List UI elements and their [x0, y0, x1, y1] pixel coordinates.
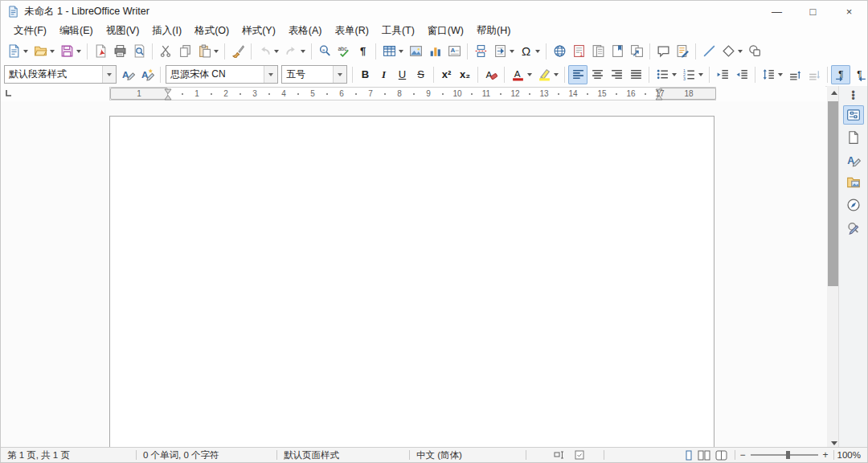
decrease-indent-button[interactable]	[732, 65, 751, 84]
clear-formatting-button[interactable]: A	[481, 65, 501, 84]
zoom-slider-thumb[interactable]	[786, 451, 790, 459]
zoom-in-button[interactable]: +	[823, 449, 829, 461]
tab-stop-selector-icon[interactable]	[5, 89, 13, 97]
chevron-down-icon[interactable]	[527, 73, 532, 76]
basic-shapes-button[interactable]	[719, 42, 738, 61]
text-language-status[interactable]: 中文 (简体)	[410, 449, 526, 461]
bold-button[interactable]: B	[356, 65, 375, 84]
insert-bookmark-button[interactable]	[608, 42, 627, 61]
insert-hyperlink-button[interactable]	[550, 42, 569, 61]
left-to-right-button[interactable]: ¶	[831, 65, 850, 84]
insert-table-button[interactable]	[379, 42, 399, 61]
superscript-button[interactable]: x²	[437, 65, 456, 84]
insert-field-button[interactable]	[490, 42, 510, 61]
italic-button[interactable]: I	[375, 65, 393, 84]
ordered-list-button[interactable]: 123	[679, 65, 698, 84]
zoom-out-button[interactable]: −	[740, 449, 746, 461]
clone-formatting-button[interactable]	[228, 42, 248, 61]
insert-cross-reference-button[interactable]	[627, 42, 646, 61]
menu-window[interactable]: 窗口(W)	[421, 23, 470, 39]
sidebar-settings-icon[interactable]: •••	[851, 91, 854, 100]
spelling-button[interactable]: abc	[334, 42, 354, 61]
chevron-down-icon[interactable]	[214, 50, 219, 53]
align-center-button[interactable]	[588, 65, 607, 84]
insert-footnote-button[interactable]: 1	[569, 42, 588, 61]
find-replace-button[interactable]: a	[315, 42, 334, 61]
menu-help[interactable]: 帮助(H)	[470, 23, 517, 39]
export-pdf-button[interactable]	[91, 42, 110, 61]
paste-button[interactable]	[194, 42, 214, 61]
font-color-button[interactable]: A	[508, 65, 527, 84]
chevron-down-icon[interactable]	[698, 73, 703, 76]
font-size-select[interactable]: 五号	[281, 65, 347, 84]
update-style-button[interactable]: A	[118, 65, 137, 84]
decrease-paragraph-spacing-button[interactable]	[805, 65, 824, 84]
new-style-button[interactable]: A	[137, 65, 157, 84]
chevron-down-icon[interactable]	[301, 50, 305, 53]
show-draw-functions-button[interactable]	[745, 42, 764, 61]
chevron-down-icon[interactable]	[76, 50, 81, 53]
close-button[interactable]: ×	[831, 1, 867, 22]
word-count-status[interactable]: 0 个单词, 0 个字符	[137, 449, 276, 461]
formatting-marks-button[interactable]: ¶	[354, 42, 372, 61]
chevron-down-icon[interactable]	[274, 50, 279, 53]
chevron-down-icon[interactable]	[333, 66, 346, 83]
menu-edit[interactable]: 编辑(E)	[53, 23, 100, 39]
page-style-status[interactable]: 默认页面样式	[277, 449, 409, 461]
zoom-level-status[interactable]: 100%	[834, 450, 867, 460]
menu-format[interactable]: 格式(O)	[188, 23, 235, 39]
chevron-down-icon[interactable]	[399, 50, 403, 53]
menu-styles[interactable]: 样式(Y)	[235, 23, 282, 39]
align-left-button[interactable]	[568, 65, 588, 84]
chevron-down-icon[interactable]	[264, 66, 277, 83]
minimize-button[interactable]: —	[759, 1, 795, 22]
zoom-slider-track[interactable]	[751, 454, 818, 456]
underline-button[interactable]: U	[393, 65, 411, 84]
increase-paragraph-spacing-button[interactable]	[785, 65, 805, 84]
chevron-down-icon[interactable]	[50, 50, 55, 53]
align-right-button[interactable]	[607, 65, 626, 84]
multi-page-view-icon[interactable]	[695, 450, 713, 461]
insert-image-button[interactable]	[406, 42, 425, 61]
chevron-down-icon[interactable]	[778, 73, 783, 76]
justify-button[interactable]	[626, 65, 645, 84]
right-to-left-button[interactable]: ¶	[850, 65, 868, 84]
maximize-button[interactable]: □	[795, 1, 831, 22]
copy-button[interactable]	[175, 42, 194, 61]
open-button[interactable]	[31, 42, 50, 61]
highlight-color-button[interactable]	[534, 65, 554, 84]
new-document-button[interactable]	[4, 42, 23, 61]
subscript-button[interactable]: x₂	[456, 65, 474, 84]
sidebar-item-style-inspector[interactable]	[843, 218, 864, 237]
cut-button[interactable]	[156, 42, 175, 61]
chevron-down-icon[interactable]	[672, 73, 677, 76]
print-preview-button[interactable]	[129, 42, 149, 61]
menu-tools[interactable]: 工具(T)	[375, 23, 421, 39]
print-button[interactable]	[110, 42, 129, 61]
sidebar-item-navigator[interactable]	[843, 195, 864, 215]
chevron-down-icon[interactable]	[554, 73, 559, 76]
single-page-view-icon[interactable]	[682, 450, 695, 461]
insert-page-break-button[interactable]	[471, 42, 490, 61]
chevron-down-icon[interactable]	[535, 50, 540, 53]
insert-textbox-button[interactable]: A	[444, 42, 464, 61]
menu-view[interactable]: 视图(V)	[100, 23, 146, 39]
horizontal-ruler[interactable]: 1123456789101112131415161718	[1, 86, 825, 101]
chevron-down-icon[interactable]	[510, 50, 514, 53]
sidebar-item-page[interactable]	[843, 128, 864, 147]
ruler-body[interactable]: 1123456789101112131415161718	[109, 87, 716, 100]
insert-comment-button[interactable]	[653, 42, 673, 61]
save-button[interactable]	[57, 42, 76, 61]
sidebar-item-gallery[interactable]	[843, 173, 864, 192]
document-modified-icon[interactable]	[570, 450, 589, 460]
redo-button[interactable]	[281, 42, 301, 61]
chevron-down-icon[interactable]	[102, 66, 116, 83]
increase-indent-button[interactable]	[713, 65, 732, 84]
chevron-down-icon[interactable]	[738, 50, 743, 53]
document-page[interactable]	[109, 116, 714, 449]
book-view-icon[interactable]	[713, 450, 730, 461]
insert-line-button[interactable]	[699, 42, 719, 61]
left-indent-marker[interactable]	[164, 88, 172, 100]
line-spacing-button[interactable]	[759, 65, 778, 84]
unordered-list-button[interactable]	[653, 65, 672, 84]
